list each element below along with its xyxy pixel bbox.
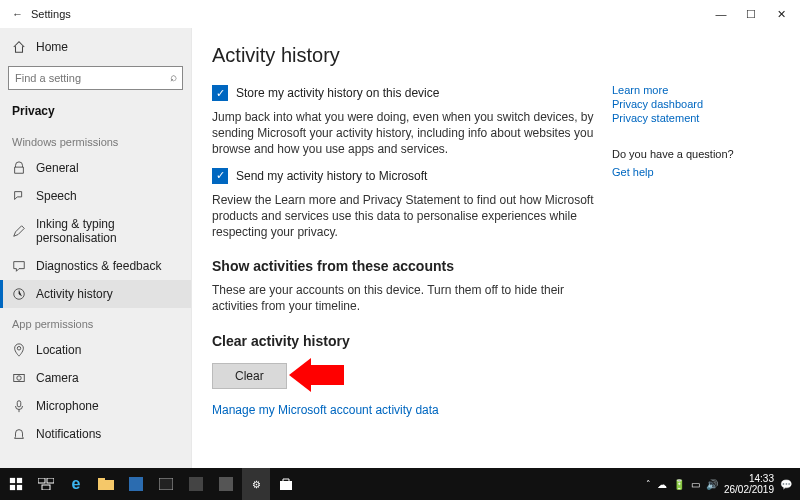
- clear-button[interactable]: Clear: [212, 363, 287, 389]
- taskbar: e ⚙ ˄ ☁ 🔋 ▭ 🔊 14:33 26/02/2019 💬: [0, 468, 800, 500]
- svg-rect-16: [189, 477, 203, 491]
- taskbar-terminal-icon[interactable]: [152, 468, 180, 500]
- sidebar-item-label: Microphone: [36, 399, 99, 413]
- sidebar-group-windows-permissions: Windows permissions: [0, 126, 191, 154]
- tray-battery-icon[interactable]: 🔋: [673, 479, 685, 490]
- sidebar-item-label: Diagnostics & feedback: [36, 259, 161, 273]
- svg-rect-9: [38, 478, 45, 483]
- svg-rect-15: [159, 478, 173, 490]
- tray-onedrive-icon[interactable]: ☁: [657, 479, 667, 490]
- clock-time: 14:33: [724, 473, 774, 484]
- close-button[interactable]: ✕: [766, 3, 796, 25]
- svg-rect-6: [17, 478, 22, 483]
- lock-icon: [12, 161, 26, 175]
- learn-more-link[interactable]: Learn more: [612, 84, 772, 96]
- svg-rect-7: [10, 485, 15, 490]
- sidebar-item-diagnostics[interactable]: Diagnostics & feedback: [0, 252, 191, 280]
- related-links-panel: Learn more Privacy dashboard Privacy sta…: [612, 38, 772, 458]
- sidebar-item-label: Inking & typing personalisation: [36, 217, 179, 245]
- sidebar-item-microphone[interactable]: Microphone: [0, 392, 191, 420]
- privacy-statement-link[interactable]: Privacy statement: [612, 112, 772, 124]
- sidebar-item-camera[interactable]: Camera: [0, 364, 191, 392]
- taskbar-edge-icon[interactable]: e: [62, 468, 90, 500]
- search-icon: ⌕: [170, 70, 177, 84]
- accounts-description: These are your accounts on this device. …: [212, 282, 600, 314]
- svg-rect-18: [280, 481, 292, 490]
- taskbar-app3-icon[interactable]: [212, 468, 240, 500]
- checkbox-store-history-label: Store my activity history on this device: [236, 86, 439, 100]
- svg-rect-10: [47, 478, 54, 483]
- sidebar-item-notifications[interactable]: Notifications: [0, 420, 191, 448]
- taskbar-clock[interactable]: 14:33 26/02/2019: [724, 473, 774, 495]
- svg-rect-17: [219, 477, 233, 491]
- svg-rect-11: [42, 485, 50, 490]
- clock-date: 26/02/2019: [724, 484, 774, 495]
- svg-rect-4: [17, 401, 21, 407]
- description-privacy-statement: Review the Learn more and Privacy Statem…: [212, 192, 600, 241]
- sidebar-item-label: Speech: [36, 189, 77, 203]
- svg-rect-13: [98, 478, 105, 482]
- sidebar-item-label: Notifications: [36, 427, 101, 441]
- sidebar-item-general[interactable]: General: [0, 154, 191, 182]
- tray-volume-icon[interactable]: 🔊: [706, 479, 718, 490]
- sidebar-item-activity-history[interactable]: Activity history: [0, 280, 191, 308]
- minimize-button[interactable]: —: [706, 3, 736, 25]
- privacy-dashboard-link[interactable]: Privacy dashboard: [612, 98, 772, 110]
- search-input[interactable]: [8, 66, 183, 90]
- description-store-history: Jump back into what you were doing, even…: [212, 109, 600, 158]
- pen-icon: [12, 224, 26, 238]
- taskbar-store-icon[interactable]: [272, 468, 300, 500]
- camera-icon: [12, 371, 26, 385]
- svg-point-3: [17, 376, 21, 380]
- svg-rect-8: [17, 485, 22, 490]
- sidebar-item-inking[interactable]: Inking & typing personalisation: [0, 210, 191, 252]
- sidebar-item-location[interactable]: Location: [0, 336, 191, 364]
- settings-sidebar: Home ⌕ Privacy Windows permissions Gener…: [0, 28, 192, 468]
- taskbar-app2-icon[interactable]: [182, 468, 210, 500]
- bell-icon: [12, 427, 26, 441]
- speech-icon: [12, 189, 26, 203]
- microphone-icon: [12, 399, 26, 413]
- help-question: Do you have a question?: [612, 148, 772, 160]
- sidebar-section-privacy[interactable]: Privacy: [0, 96, 191, 126]
- location-icon: [12, 343, 26, 357]
- svg-rect-5: [10, 478, 15, 483]
- sidebar-item-label: Location: [36, 343, 81, 357]
- manage-account-link[interactable]: Manage my Microsoft account activity dat…: [212, 403, 439, 417]
- get-help-link[interactable]: Get help: [612, 166, 772, 178]
- history-icon: [12, 287, 26, 301]
- back-icon[interactable]: ←: [12, 8, 23, 20]
- svg-point-1: [17, 347, 21, 351]
- clear-history-heading: Clear activity history: [212, 333, 600, 349]
- action-center-icon[interactable]: 💬: [780, 479, 792, 490]
- main-content: Activity history ✓ Store my activity his…: [212, 38, 612, 458]
- sidebar-item-label: Activity history: [36, 287, 113, 301]
- start-button[interactable]: [2, 468, 30, 500]
- tray-chevron-icon[interactable]: ˄: [646, 479, 651, 489]
- sidebar-item-label: Camera: [36, 371, 79, 385]
- taskbar-settings-icon[interactable]: ⚙: [242, 468, 270, 500]
- maximize-button[interactable]: ☐: [736, 3, 766, 25]
- window-titlebar: ← Settings — ☐ ✕: [0, 0, 800, 28]
- accounts-heading: Show activities from these accounts: [212, 258, 600, 274]
- annotation-arrow: [310, 365, 344, 388]
- checkbox-store-history[interactable]: ✓: [212, 85, 228, 101]
- checkbox-send-microsoft[interactable]: ✓: [212, 168, 228, 184]
- svg-rect-14: [129, 477, 143, 491]
- app-title: Settings: [31, 8, 71, 20]
- tray-network-icon[interactable]: ▭: [691, 479, 700, 490]
- home-icon: [12, 40, 26, 54]
- taskbar-explorer-icon[interactable]: [92, 468, 120, 500]
- sidebar-home-label: Home: [36, 40, 68, 54]
- feedback-icon: [12, 259, 26, 273]
- taskbar-app-icon[interactable]: [122, 468, 150, 500]
- page-title: Activity history: [212, 44, 600, 67]
- sidebar-home[interactable]: Home: [0, 34, 191, 60]
- sidebar-group-app-permissions: App permissions: [0, 308, 191, 336]
- checkbox-send-microsoft-label: Send my activity history to Microsoft: [236, 169, 427, 183]
- sidebar-item-speech[interactable]: Speech: [0, 182, 191, 210]
- task-view-icon[interactable]: [32, 468, 60, 500]
- sidebar-item-label: General: [36, 161, 79, 175]
